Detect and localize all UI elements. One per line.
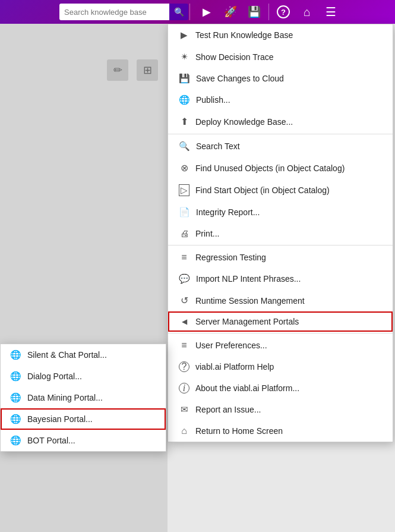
integrity-report-icon: 📄: [179, 207, 190, 218]
regression-icon: ≡: [179, 252, 189, 263]
menu-item-search-text[interactable]: 🔍 Search Text: [168, 136, 393, 157]
menu-item-platform-help[interactable]: ? viabl.ai Platform Help: [168, 356, 393, 377]
save-cloud-icon: 💾: [179, 73, 190, 84]
find-unused-icon: ⊗: [179, 162, 189, 174]
help-button[interactable]: ?: [273, 1, 294, 23]
menu-label-save-changes: Save Changes to Cloud: [196, 74, 382, 83]
main-toolbar: 🔍 ▶ 🚀 💾 ? ⌂ ☰: [0, 0, 395, 24]
bot-portal-icon: 🌐: [10, 435, 21, 446]
menu-item-runtime-session[interactable]: ↺ Runtime Session Mangement: [168, 289, 393, 311]
deploy-icon: ⬆: [179, 116, 189, 127]
search-icon: 🔍: [174, 7, 184, 17]
menu-item-show-decision-trace[interactable]: ✴ Show Decision Trace: [168, 46, 393, 68]
menu-label-show-decision-trace: Show Decision Trace: [195, 52, 382, 62]
publish-icon: 🌐: [179, 95, 190, 105]
menu-label-regression-testing: Regression Testing: [195, 253, 382, 262]
separator-1: [168, 134, 393, 134]
menu-item-integrity-report[interactable]: 📄 Integrity Report...: [168, 202, 393, 223]
separator-3: [168, 333, 393, 333]
home-button[interactable]: ⌂: [296, 1, 318, 23]
rocket-button[interactable]: 🚀: [220, 1, 241, 23]
sub-menu-label-silent-chat-portal: Silent & Chat Portal...: [27, 350, 156, 360]
find-start-icon: ▷: [179, 184, 189, 196]
menu-item-test-run[interactable]: ▶ Test Run Knowledge Base: [168, 24, 393, 46]
save-button[interactable]: 💾: [244, 1, 265, 23]
canvas-area: ✏ ⊞: [0, 24, 168, 532]
sub-menu-label-dialog-portal: Dialog Portal...: [27, 372, 156, 381]
menu-label-user-prefs: User Preferences...: [195, 341, 382, 350]
toolbar-icons: ▶ 🚀 💾 ? ⌂ ☰: [196, 1, 342, 23]
sub-menu-item-dialog-portal[interactable]: 🌐 Dialog Portal...: [1, 366, 166, 387]
menu-label-return-home: Return to Home Screen: [195, 426, 382, 436]
separator-2: [168, 245, 393, 245]
canvas-edit-button[interactable]: ✏: [107, 59, 128, 81]
return-home-icon: ⌂: [179, 426, 189, 436]
sub-menu-item-silent-chat-portal[interactable]: 🌐 Silent & Chat Portal...: [1, 344, 166, 366]
search-input[interactable]: [59, 4, 169, 20]
toolbar-separator-1: [189, 4, 190, 20]
import-nlp-icon: 💬: [179, 273, 190, 284]
menu-item-about[interactable]: i About the viabl.ai Platform...: [168, 377, 393, 399]
menu-label-platform-help: viabl.ai Platform Help: [195, 362, 382, 372]
canvas-grid-button[interactable]: ⊞: [137, 59, 158, 81]
menu-item-save-changes[interactable]: 💾 Save Changes to Cloud: [168, 68, 393, 89]
menu-item-server-portals[interactable]: ◀ Server Management Portals: [168, 311, 393, 332]
sub-menu-label-data-mining-portal: Data Mining Portal...: [27, 393, 156, 402]
menu-item-find-start[interactable]: ▷ Find Start Object (in Object Catalog): [168, 179, 393, 202]
menu-label-about: About the viabl.ai Platform...: [195, 383, 382, 393]
print-icon: 🖨: [179, 228, 189, 238]
menu-label-find-start: Find Start Object (in Object Catalog): [195, 185, 382, 195]
menu-label-test-run: Test Run Knowledge Base: [195, 30, 382, 40]
silent-chat-portal-icon: 🌐: [10, 350, 21, 360]
sub-menu-item-bot-portal[interactable]: 🌐 BOT Portal...: [1, 430, 166, 451]
bayesian-portal-icon: 🌐: [10, 414, 21, 424]
menu-label-deploy: Deploy Knowledge Base...: [195, 117, 382, 127]
sub-menu-item-bayesian-portal[interactable]: 🌐 Bayesian Portal...: [1, 408, 166, 430]
play-button[interactable]: ▶: [196, 1, 217, 23]
decision-trace-icon: ✴: [179, 51, 189, 62]
hamburger-menu-button[interactable]: ☰: [320, 1, 342, 23]
menu-item-report-issue[interactable]: ✉ Report an Issue...: [168, 399, 393, 420]
help-icon: ?: [277, 5, 290, 18]
menu-item-import-nlp[interactable]: 💬 Import NLP Intent Phrases...: [168, 268, 393, 289]
rocket-icon: 🚀: [224, 5, 237, 18]
menu-item-deploy[interactable]: ⬆ Deploy Knowledge Base...: [168, 111, 393, 133]
search-text-icon: 🔍: [179, 141, 190, 152]
play-menu-icon: ▶: [179, 30, 189, 40]
hamburger-icon: ☰: [326, 5, 336, 19]
floppy-icon: 💾: [248, 5, 261, 18]
menu-item-return-home[interactable]: ⌂ Return to Home Screen: [168, 420, 393, 442]
sub-dropdown-server-portals: 🌐 Silent & Chat Portal... 🌐 Dialog Porta…: [0, 344, 166, 452]
menu-item-find-unused[interactable]: ⊗ Find Unused Objects (in Object Catalog…: [168, 157, 393, 179]
play-icon: ▶: [203, 5, 211, 18]
edit-icon: ✏: [113, 64, 122, 77]
runtime-session-icon: ↺: [179, 295, 189, 306]
platform-help-icon: ?: [179, 361, 189, 372]
menu-label-integrity-report: Integrity Report...: [196, 207, 382, 217]
menu-label-find-unused: Find Unused Objects (in Object Catalog): [195, 163, 382, 173]
main-dropdown-menu: ▶ Test Run Knowledge Base ✴ Show Decisio…: [168, 24, 393, 442]
search-container: 🔍: [59, 4, 188, 20]
grid-icon: ⊞: [143, 64, 152, 77]
data-mining-portal-icon: 🌐: [10, 392, 21, 403]
search-button[interactable]: 🔍: [169, 4, 188, 20]
submenu-arrow-icon: ◀: [179, 317, 189, 326]
menu-label-print: Print...: [195, 229, 382, 238]
menu-label-import-nlp: Import NLP Intent Phrases...: [196, 274, 382, 284]
menu-label-runtime-session: Runtime Session Mangement: [195, 296, 382, 306]
menu-label-report-issue: Report an Issue...: [195, 405, 382, 414]
toolbar-separator-2: [268, 4, 269, 20]
about-icon: i: [179, 383, 189, 394]
report-issue-icon: ✉: [179, 404, 189, 415]
user-prefs-icon: ≡: [179, 340, 189, 351]
menu-item-user-prefs[interactable]: ≡ User Preferences...: [168, 335, 393, 356]
menu-item-print[interactable]: 🖨 Print...: [168, 223, 393, 244]
menu-label-search-text: Search Text: [196, 141, 382, 151]
sub-menu-label-bayesian-portal: Bayesian Portal...: [27, 414, 156, 424]
sub-menu-item-data-mining-portal[interactable]: 🌐 Data Mining Portal...: [1, 387, 166, 408]
menu-label-publish: Publish...: [196, 95, 382, 105]
sub-menu-label-bot-portal: BOT Portal...: [27, 436, 156, 445]
menu-item-publish[interactable]: 🌐 Publish...: [168, 89, 393, 111]
menu-item-regression-testing[interactable]: ≡ Regression Testing: [168, 247, 393, 268]
canvas-toolbar-row: ✏ ⊞: [107, 59, 163, 81]
